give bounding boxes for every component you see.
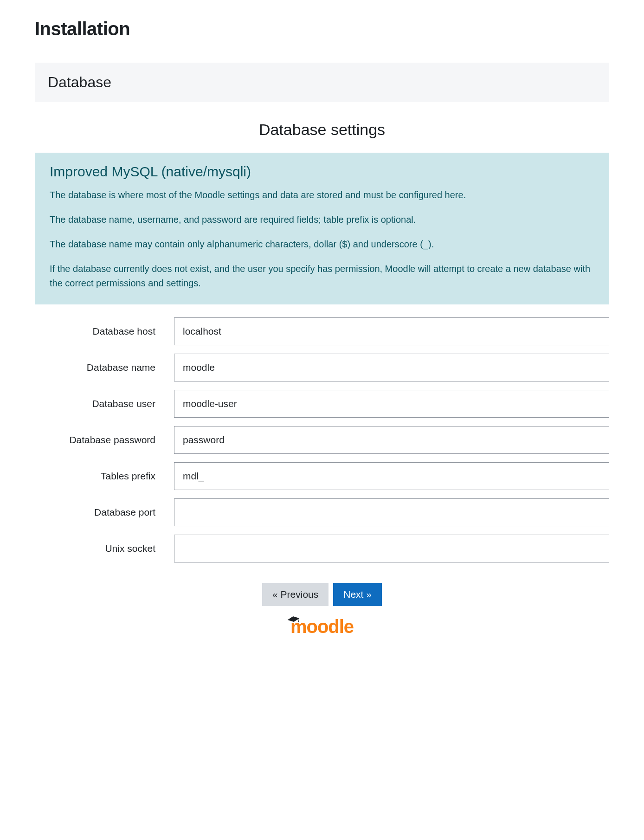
next-button[interactable]: Next » <box>333 583 382 606</box>
form-row-unix-socket: Unix socket <box>35 535 609 562</box>
form-row-db-user: Database user <box>35 390 609 418</box>
input-db-name[interactable] <box>174 354 609 381</box>
input-db-user[interactable] <box>174 390 609 418</box>
database-info-box: Improved MySQL (native/mysqli) The datab… <box>35 153 609 304</box>
input-unix-socket[interactable] <box>174 535 609 562</box>
navigation-buttons: « Previous Next » <box>35 583 609 606</box>
info-paragraph: If the database currently does not exist… <box>50 262 594 291</box>
info-paragraph: The database name may contain only alpha… <box>50 237 594 252</box>
input-db-port[interactable] <box>174 498 609 526</box>
graduation-cap-icon <box>287 614 300 627</box>
moodle-logo-text: moodle <box>290 616 354 637</box>
info-paragraph: The database name, username, and passwor… <box>50 213 594 227</box>
label-db-name: Database name <box>35 362 174 373</box>
database-driver-heading: Improved MySQL (native/mysqli) <box>50 164 594 180</box>
previous-button[interactable]: « Previous <box>262 583 328 606</box>
input-tables-prefix[interactable] <box>174 462 609 490</box>
label-tables-prefix: Tables prefix <box>35 471 174 482</box>
label-db-user: Database user <box>35 398 174 409</box>
moodle-logo: moodle <box>290 616 354 637</box>
label-db-port: Database port <box>35 507 174 518</box>
label-unix-socket: Unix socket <box>35 543 174 554</box>
info-paragraph: The database is where most of the Moodle… <box>50 188 594 202</box>
label-db-password: Database password <box>35 434 174 446</box>
form-row-tables-prefix: Tables prefix <box>35 462 609 490</box>
form-row-db-port: Database port <box>35 498 609 526</box>
page-title: Installation <box>35 19 609 39</box>
panel-heading: Database <box>35 63 609 102</box>
input-db-password[interactable] <box>174 426 609 454</box>
footer-logo: moodle <box>35 616 609 637</box>
label-db-host: Database host <box>35 326 174 337</box>
svg-rect-0 <box>297 619 299 622</box>
form-row-db-host: Database host <box>35 317 609 345</box>
input-db-host[interactable] <box>174 317 609 345</box>
form-row-db-name: Database name <box>35 354 609 381</box>
form-row-db-password: Database password <box>35 426 609 454</box>
section-title: Database settings <box>35 121 609 139</box>
